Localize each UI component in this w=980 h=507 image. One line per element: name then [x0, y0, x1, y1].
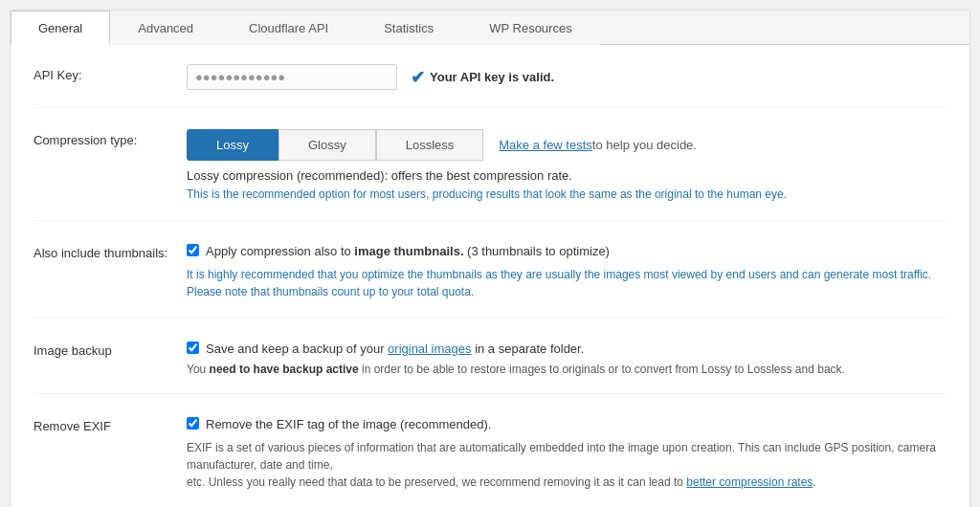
image-backup-checkbox-label: Save and keep a backup of your original …	[206, 340, 584, 359]
compression-test-link[interactable]: Make a few tests	[499, 138, 592, 152]
api-key-label: API Key:	[33, 64, 187, 82]
comp-lossy-button[interactable]: Lossy	[187, 129, 278, 161]
thumbnails-label-pre: Apply compression also to	[206, 244, 354, 258]
tab-advanced[interactable]: Advanced	[110, 11, 221, 45]
thumbnails-label: Also include thumbnails:	[33, 242, 187, 260]
image-backup-checkbox-row: Save and keep a backup of your original …	[187, 340, 947, 359]
tab-cloudflare[interactable]: Cloudflare API	[221, 11, 356, 45]
compression-content: Lossy Glossy Lossless Make a few tests t…	[187, 129, 947, 203]
thumbnails-checkbox-row: Apply compression also to image thumbnai…	[187, 242, 947, 261]
tabs-bar: General Advanced Cloudflare API Statisti…	[11, 11, 969, 45]
image-backup-content: Save and keep a backup of your original …	[187, 340, 947, 377]
api-valid-indicator: ✔ Your API key is valid.	[411, 67, 554, 88]
api-key-input[interactable]	[187, 64, 397, 90]
compression-desc-bold: Lossy compression (recommended): offers …	[187, 168, 947, 183]
comp-lossless-button[interactable]: Lossless	[376, 129, 484, 161]
backup-original-link[interactable]: original images	[388, 342, 471, 356]
compression-buttons: Lossy Glossy Lossless Make a few tests t…	[187, 129, 947, 161]
image-backup-checkbox[interactable]	[187, 342, 199, 354]
remove-exif-row: Remove EXIF Remove the EXIF tag of the i…	[33, 415, 947, 507]
exif-desc: EXIF is a set of various pieces of infor…	[187, 439, 947, 491]
thumbnails-content: Apply compression also to image thumbnai…	[187, 242, 947, 300]
tab-statistics[interactable]: Statistics	[356, 11, 461, 45]
api-valid-text: Your API key is valid.	[430, 70, 554, 84]
compression-link-suffix: to help you decide.	[592, 138, 697, 152]
compression-desc-blue: This is the recommended option for most …	[187, 186, 947, 203]
api-key-row: API Key: ✔ Your API key is valid.	[33, 64, 947, 108]
remove-exif-checkbox[interactable]	[187, 417, 199, 430]
compression-type-row: Compression type: Lossy Glossy Lossless …	[33, 129, 947, 221]
thumbnails-label-bold: image thumbnails.	[354, 244, 463, 258]
exif-desc-post: .	[813, 475, 815, 489]
remove-exif-checkbox-label: Remove the EXIF tag of the image (recomm…	[206, 415, 491, 434]
checkmark-icon: ✔	[411, 67, 425, 88]
api-key-content: ✔ Your API key is valid.	[187, 64, 947, 90]
comp-glossy-button[interactable]: Glossy	[278, 129, 376, 161]
backup-desc: You need to have backup active in order …	[187, 363, 947, 376]
image-backup-label: Image backup	[33, 340, 187, 358]
image-backup-row: Image backup Save and keep a backup of y…	[33, 340, 947, 395]
better-compression-link[interactable]: better compression rates	[686, 475, 813, 489]
remove-exif-content: Remove the EXIF tag of the image (recomm…	[187, 415, 947, 491]
settings-content: API Key: ✔ Your API key is valid. Compre…	[11, 45, 969, 507]
tab-general[interactable]: General	[11, 11, 110, 45]
thumbnails-checkbox-label: Apply compression also to image thumbnai…	[206, 242, 610, 261]
remove-exif-label: Remove EXIF	[33, 415, 187, 433]
tab-wp-resources[interactable]: WP Resources	[461, 11, 599, 45]
remove-exif-checkbox-row: Remove the EXIF tag of the image (recomm…	[187, 415, 947, 434]
backup-label-pre: Save and keep a backup of your	[206, 342, 388, 356]
thumbnails-checkbox[interactable]	[187, 244, 199, 256]
thumbnails-desc: It is highly recommended that you optimi…	[187, 266, 947, 300]
compression-label: Compression type:	[33, 129, 187, 147]
thumbnails-row: Also include thumbnails: Apply compressi…	[33, 242, 947, 319]
thumbnails-label-post: (3 thumbnails to optimize)	[464, 244, 610, 258]
backup-label-post: in a separate folder.	[472, 342, 585, 356]
